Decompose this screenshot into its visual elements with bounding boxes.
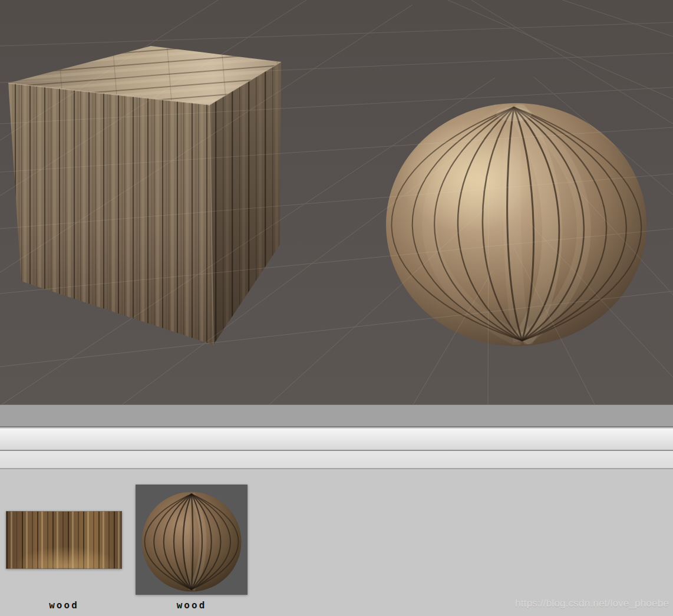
panel-splitter[interactable] xyxy=(0,404,673,427)
material-thumbnail xyxy=(136,485,248,595)
wood-sphere-object[interactable] xyxy=(386,103,646,346)
breadcrumb-bar xyxy=(0,451,673,469)
scene-viewport[interactable] xyxy=(0,0,673,404)
assets-panel: wood xyxy=(0,469,673,616)
asset-label: wood xyxy=(6,599,122,611)
asset-item-wood-material[interactable] xyxy=(136,485,248,595)
asset-label: wood xyxy=(136,599,248,611)
watermark: https://blog.csdn.net/love_phoebe xyxy=(515,598,669,610)
texture-thumbnail xyxy=(6,512,121,568)
asset-item-wood-texture[interactable] xyxy=(6,511,122,569)
project-toolbar xyxy=(0,429,673,451)
